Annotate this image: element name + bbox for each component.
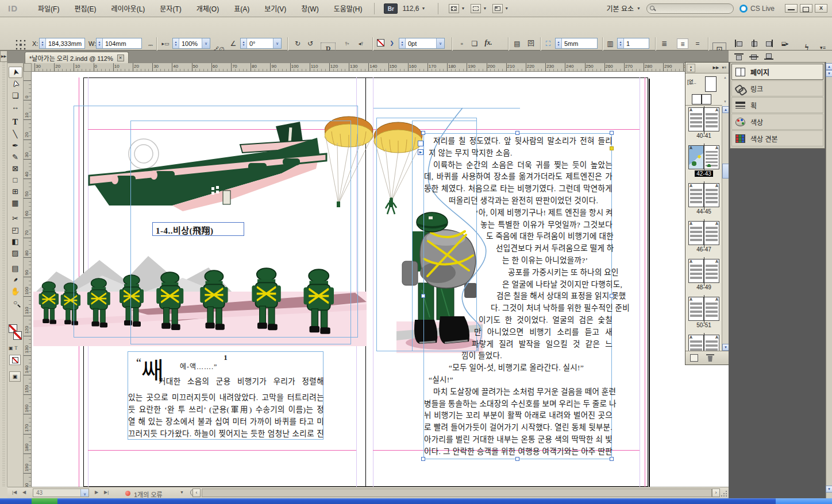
- align-h-center-icon[interactable]: [749, 40, 758, 47]
- margin-guide-right[interactable]: [645, 77, 645, 487]
- menu-item[interactable]: 표(A): [226, 1, 257, 15]
- search-input[interactable]: [646, 3, 734, 14]
- page-number-field[interactable]: 43 ∨: [33, 489, 89, 497]
- fill-stroke-proxy[interactable]: [9, 324, 22, 344]
- scissors-tool[interactable]: ✂: [9, 212, 22, 224]
- menu-item[interactable]: 개체(O): [189, 1, 226, 15]
- vertical-ruler[interactable]: 0102030405060708090100110120130140150160…: [24, 72, 32, 487]
- object-style-icon[interactable]: ▫: [456, 38, 468, 49]
- spinner-icon[interactable]: ▲▼: [97, 38, 103, 48]
- hand-tool[interactable]: ✋: [9, 285, 22, 297]
- x-field[interactable]: ▲▼ 184,333mm: [39, 38, 85, 49]
- menu-item[interactable]: 편집(E): [67, 1, 103, 15]
- container-icon[interactable]: ▣: [9, 346, 13, 351]
- menu-item[interactable]: 보기(V): [257, 1, 294, 15]
- spinner-icon[interactable]: ▲▼: [618, 38, 624, 48]
- scroll-down-icon[interactable]: ▼: [826, 486, 832, 493]
- page-tool[interactable]: ❏: [9, 90, 22, 101]
- master-none-label[interactable]: [없..: [687, 78, 696, 86]
- menu-item[interactable]: 레이아웃(L): [103, 1, 152, 15]
- scale-x-field[interactable]: ▲▼ 100% ∨: [172, 38, 210, 49]
- stroke-weight-field[interactable]: ▲▼ 0pt ∨: [399, 38, 445, 49]
- rotation-field[interactable]: ▲▼ 0° ∨: [240, 38, 282, 49]
- selection-handle[interactable]: [610, 457, 614, 461]
- pages-panel-header[interactable]: ▲▼ ▶▶ ▾≡: [685, 63, 729, 73]
- screen-mode-icon[interactable]: [492, 4, 503, 13]
- selection-handle[interactable]: [421, 457, 425, 461]
- selection-handle[interactable]: [515, 457, 519, 461]
- spread-thumbnail[interactable]: [688, 107, 719, 131]
- eyedropper-tool[interactable]: ✒: [9, 274, 22, 285]
- justify-all-icon[interactable]: ≣: [658, 38, 670, 49]
- delete-page-icon[interactable]: [706, 354, 714, 362]
- taskbar-active-app-segment[interactable]: [776, 498, 832, 504]
- taskbar-start-segment[interactable]: [32, 498, 57, 504]
- pencil-tool[interactable]: ✎: [9, 151, 22, 162]
- spread-thumbnail[interactable]: [688, 145, 719, 169]
- windows-taskbar[interactable]: [0, 498, 832, 504]
- collapse-panel-icon[interactable]: ▶▶: [713, 65, 719, 70]
- scroll-up-icon[interactable]: ▲: [826, 63, 832, 70]
- masters-scroll[interactable]: ▲▼: [722, 75, 729, 104]
- apply-none-button[interactable]: [9, 355, 21, 365]
- view-options-icon[interactable]: [449, 4, 459, 13]
- right-page-text-frame[interactable]: 저리를 칠 정도였다. 앞 뒷사람의 말소리가 전혀 들리지 않는 무지 막지한…: [423, 133, 612, 459]
- panel-menu-icon[interactable]: ▾≡: [817, 42, 829, 53]
- spread-thumbnail[interactable]: [688, 297, 719, 321]
- selection-handle[interactable]: [421, 294, 425, 298]
- master-spread-thumbnail-right[interactable]: [702, 94, 711, 104]
- screen-mode-button[interactable]: ▣: [9, 371, 21, 382]
- select-container-icon[interactable]: ⫯▫: [341, 38, 353, 49]
- section-title-frame[interactable]: 1-4..비상(飛翔): [152, 222, 244, 236]
- zoom-level-combo[interactable]: 112,6 ▼: [402, 5, 425, 13]
- selection-handle[interactable]: [421, 131, 425, 135]
- selection-handle[interactable]: [610, 294, 614, 298]
- chevron-down-icon[interactable]: ∨: [273, 38, 281, 48]
- selection-tool[interactable]: ➤: [9, 67, 22, 78]
- next-page-icon[interactable]: ▶: [95, 490, 98, 495]
- master-page-thumbnail[interactable]: [705, 76, 717, 92]
- spread-item[interactable]: 50-51: [685, 297, 722, 334]
- new-spread-icon[interactable]: [690, 354, 698, 362]
- prev-page-icon[interactable]: ◀: [22, 490, 26, 495]
- dock-scrollbar[interactable]: ▲ ▼ ▼: [826, 62, 832, 498]
- grid-tool[interactable]: ▦: [9, 197, 22, 208]
- effects-menu[interactable]: fx.: [483, 38, 494, 49]
- scroll-right-icon[interactable]: ›: [712, 489, 720, 497]
- type-tool[interactable]: T: [9, 117, 22, 128]
- cs-live[interactable]: CS Live: [739, 5, 775, 13]
- fill-swatch-none[interactable]: [377, 39, 384, 46]
- horizontal-ruler[interactable]: 3020100102030405060708090100110120130140…: [32, 63, 729, 72]
- panel-button-stroke[interactable]: 획: [731, 97, 823, 113]
- spread-item[interactable]: 48-49: [685, 259, 722, 296]
- spinner-icon[interactable]: ▲▼: [399, 38, 406, 48]
- frame-edges-icon[interactable]: [471, 4, 481, 13]
- distribute-icon[interactable]: ⬓▸: [779, 38, 791, 49]
- gap-tool[interactable]: ↔: [9, 101, 22, 113]
- align-right-icon[interactable]: [764, 40, 773, 47]
- spread-thumbnail[interactable]: [688, 183, 719, 207]
- chevron-down-icon[interactable]: ▼: [180, 490, 184, 494]
- spinner-icon[interactable]: ▲▼: [173, 38, 179, 48]
- tab-close-icon[interactable]: ✕: [117, 55, 124, 61]
- wrap-offset-field[interactable]: ▲▼ 5mm: [555, 38, 598, 49]
- quick-apply-icon[interactable]: ϟ: [801, 42, 812, 53]
- left-page-text-frame[interactable]: 1 “쌔 에-액…….” 거대한 소음의 군용 비행기가 우리가 정렬해있는 곳…: [128, 351, 323, 440]
- spread-item[interactable]: [685, 335, 722, 351]
- selection-handle[interactable]: [610, 131, 614, 135]
- document-tab[interactable]: *날아가는 오리 2.indd @ 112% ✕: [25, 52, 129, 63]
- rectangle-tool[interactable]: □: [9, 174, 22, 185]
- menu-item[interactable]: 문자(T): [152, 1, 188, 15]
- spread-item[interactable]: 44-45: [685, 183, 722, 220]
- chevron-down-icon[interactable]: ∨: [80, 489, 88, 497]
- gradient-tool[interactable]: ◧: [9, 235, 22, 247]
- spread-item[interactable]: 42-43: [685, 145, 722, 182]
- selection-handle[interactable]: [515, 131, 519, 135]
- rotate-ccw-icon[interactable]: ↺: [305, 38, 316, 49]
- align-top-icon[interactable]: ≡: [677, 38, 688, 49]
- restore-button[interactable]: [800, 4, 812, 13]
- drop-shadow-icon[interactable]: ❏: [469, 38, 480, 49]
- direct-selection-tool[interactable]: ➤: [9, 78, 22, 90]
- align-bottom-edge-icon[interactable]: [764, 53, 773, 60]
- align-top-edge-icon[interactable]: [734, 53, 744, 60]
